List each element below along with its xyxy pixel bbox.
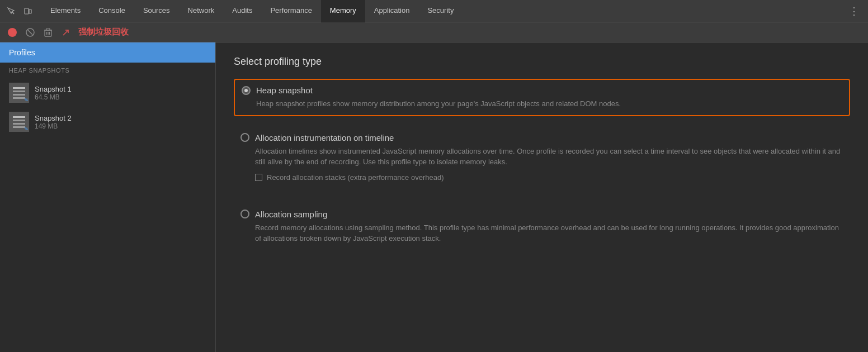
heap-snapshot-option[interactable]: Heap snapshot Heap snapshot profiles sho… [234, 79, 850, 116]
record-icon [8, 28, 17, 37]
tab-audits[interactable]: Audits [223, 0, 261, 22]
allocation-stacks-label: Record allocation stacks (extra performa… [267, 173, 444, 182]
stop-button[interactable] [22, 25, 38, 40]
allocation-timeline-option[interactable]: Allocation instrumentation on timeline A… [234, 127, 850, 193]
record-button[interactable] [4, 25, 20, 40]
snapshot-name: Snapshot 2 [35, 114, 72, 122]
snapshot-icon: % [9, 112, 29, 132]
snapshot-icon-lines [13, 115, 25, 129]
svg-line-4 [28, 30, 32, 35]
trash-icon [44, 28, 52, 37]
force-gc-button[interactable] [58, 25, 74, 40]
allocation-sampling-header: Allocation sampling [240, 210, 843, 219]
heap-snapshot-header: Heap snapshot [242, 85, 842, 95]
tab-performance[interactable]: Performance [261, 0, 320, 22]
snapshot-info: Snapshot 1 64.5 MB [35, 85, 72, 101]
svg-rect-10 [46, 28, 50, 30]
top-nav: Elements Console Sources Network Audits … [0, 0, 868, 22]
snapshot-size: 149 MB [35, 122, 72, 130]
allocation-timeline-label: Allocation instrumentation on timeline [255, 133, 394, 142]
svg-rect-2 [29, 9, 31, 13]
tab-security[interactable]: Security [418, 0, 463, 22]
device-toggle-icon[interactable] [21, 4, 35, 18]
allocation-sampling-label: Allocation sampling [255, 210, 327, 219]
list-item[interactable]: % Snapshot 1 64.5 MB [0, 78, 215, 107]
allocation-sampling-option[interactable]: Allocation sampling Record memory alloca… [234, 204, 850, 250]
gc-arrow-icon [62, 28, 70, 36]
allocation-stacks-row: Record allocation stacks (extra performa… [255, 173, 843, 182]
tab-memory[interactable]: Memory [321, 0, 365, 22]
page-title: Select profiling type [234, 56, 850, 68]
svg-rect-1 [25, 8, 29, 14]
gc-annotation-label: 强制垃圾回收 [78, 27, 129, 37]
snapshot-size: 64.5 MB [35, 93, 72, 101]
clear-button[interactable] [40, 25, 56, 40]
toolbar: 强制垃圾回收 [0, 22, 868, 42]
stop-icon [26, 28, 35, 37]
inspect-icon[interactable] [4, 4, 18, 18]
allocation-timeline-desc: Allocation timelines show instrumented J… [255, 146, 843, 168]
snapshot-info: Snapshot 2 149 MB [35, 114, 72, 130]
allocation-timeline-header: Allocation instrumentation on timeline [240, 133, 843, 142]
main-area: Profiles HEAP SNAPSHOTS % Snapshot 1 64.… [0, 42, 868, 352]
snapshot-icon: % [9, 83, 29, 103]
nav-icons [4, 4, 35, 18]
list-item[interactable]: % Snapshot 2 149 MB [0, 107, 215, 136]
allocation-sampling-radio[interactable] [240, 210, 249, 218]
heap-snapshot-desc: Heap snapshot profiles show memory distr… [256, 98, 842, 110]
heap-snapshots-label: HEAP SNAPSHOTS [0, 63, 215, 78]
profiles-header[interactable]: Profiles [0, 42, 215, 63]
svg-line-0 [12, 11, 15, 14]
sidebar: Profiles HEAP SNAPSHOTS % Snapshot 1 64.… [0, 42, 216, 352]
snapshot-icon-lines [13, 85, 25, 100]
heap-snapshot-label: Heap snapshot [256, 85, 313, 95]
tab-network[interactable]: Network [179, 0, 224, 22]
tab-sources[interactable]: Sources [134, 0, 179, 22]
snapshot-name: Snapshot 1 [35, 85, 72, 93]
tab-elements[interactable]: Elements [41, 0, 89, 22]
content-area: Select profiling type Heap snapshot Heap… [216, 42, 868, 352]
heap-snapshot-radio[interactable] [242, 86, 251, 95]
allocation-stacks-checkbox[interactable] [255, 174, 262, 181]
more-tabs-icon[interactable]: ⋮ [845, 5, 864, 17]
svg-line-11 [63, 31, 68, 35]
tab-console[interactable]: Console [89, 0, 134, 22]
allocation-timeline-radio[interactable] [240, 133, 249, 142]
tab-application[interactable]: Application [365, 0, 419, 22]
allocation-sampling-desc: Record memory allocations using sampling… [255, 222, 843, 244]
